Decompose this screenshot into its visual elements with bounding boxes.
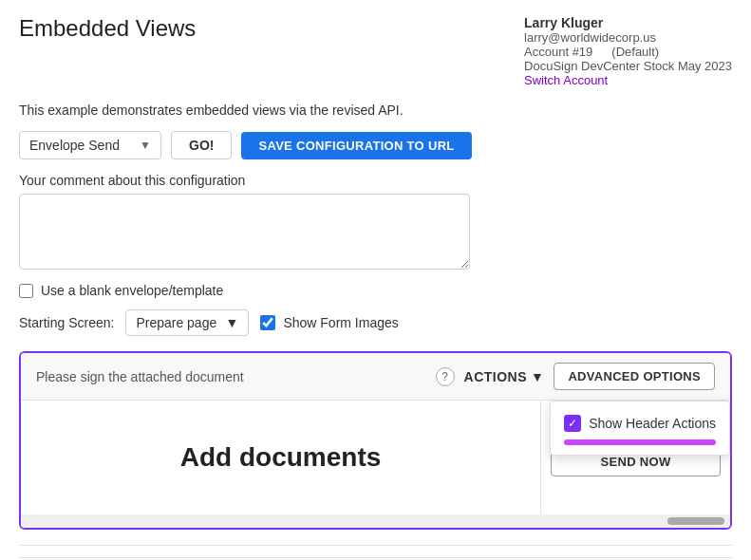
embedded-panel: Please sign the attached document ? ACTI… (19, 351, 732, 530)
show-header-actions-label: Show Header Actions (589, 416, 716, 431)
actions-label: ACTIONS (464, 369, 528, 384)
panel-header-left: Please sign the attached document (36, 369, 244, 384)
blank-envelope-row: Use a blank envelope/template (19, 283, 732, 298)
actions-button[interactable]: ACTIONS ▼ (464, 369, 545, 384)
starting-screen-label: Starting Screen: (19, 315, 114, 330)
comment-textarea[interactable] (19, 194, 470, 270)
comment-label: Your comment about this configuration (19, 173, 732, 188)
blank-envelope-label: Use a blank envelope/template (41, 283, 223, 298)
user-name: Larry Kluger (524, 15, 732, 30)
show-form-images-row: Show Form Images (260, 315, 398, 330)
dropdown-value: Envelope Send (29, 138, 120, 153)
embedded-panel-body: Add documents SAVE AND CLOSE SEND NOW ✓ … (21, 401, 730, 514)
go-button[interactable]: GO! (171, 131, 232, 159)
panel-content-area: Add documents (21, 401, 540, 514)
account-row: Account #19 (Default) (524, 45, 732, 59)
header-actions-area: ? ACTIONS ▼ ADVANCED OPTIONS (436, 363, 715, 390)
starting-screen-value: Prepare page (136, 315, 216, 330)
blank-envelope-checkbox[interactable] (19, 284, 33, 298)
show-form-images-label: Show Form Images (283, 315, 398, 330)
panel-instructions: Please sign the attached document (36, 369, 244, 384)
show-form-images-checkbox[interactable] (260, 315, 275, 330)
purple-bar (564, 439, 716, 445)
section-divider (19, 545, 732, 546)
panel-sidebar: SAVE AND CLOSE SEND NOW ✓ Show Header Ac… (540, 401, 730, 514)
scrollbar-area (21, 514, 730, 528)
description-text: This example demonstrates embedded views… (19, 103, 732, 118)
user-email: larry@worldwidecorp.us (524, 30, 732, 45)
help-icon[interactable]: ? (436, 367, 455, 386)
account-number: Account #19 (524, 45, 592, 59)
checkmark-icon: ✓ (564, 415, 581, 432)
advanced-options-popup: ✓ Show Header Actions (550, 401, 730, 456)
switch-account-link[interactable]: Switch Account (524, 73, 608, 87)
view-type-dropdown[interactable]: Envelope Send ▼ (19, 131, 161, 159)
starting-screen-dropdown[interactable]: Prepare page ▼ (125, 309, 249, 336)
user-info-block: Larry Kluger larry@worldwidecorp.us Acco… (524, 15, 732, 87)
embedded-panel-header: Please sign the attached document ? ACTI… (21, 353, 730, 401)
account-default: (Default) (611, 45, 659, 59)
advanced-options-button[interactable]: ADVANCED OPTIONS (554, 363, 715, 390)
starting-screen-row: Starting Screen: Prepare page ▼ Show For… (19, 309, 732, 336)
chevron-down-icon: ▼ (140, 139, 151, 152)
docusign-info: DocuSign DevCenter Stock May 2023 (524, 59, 732, 73)
add-documents-title: Add documents (180, 442, 382, 473)
scroll-thumb[interactable] (667, 517, 724, 525)
page-title: Embedded Views (19, 15, 196, 42)
controls-row: Envelope Send ▼ GO! SAVE CONFIGURATION T… (19, 131, 732, 159)
save-config-button[interactable]: SAVE CONFIGURATION TO URL (241, 132, 471, 159)
show-header-actions-option[interactable]: ✓ Show Header Actions (564, 411, 716, 436)
chevron-down-icon-2: ▼ (226, 315, 239, 330)
page-header: Embedded Views Larry Kluger larry@worldw… (19, 15, 732, 87)
chevron-down-icon-3: ▼ (531, 369, 544, 384)
